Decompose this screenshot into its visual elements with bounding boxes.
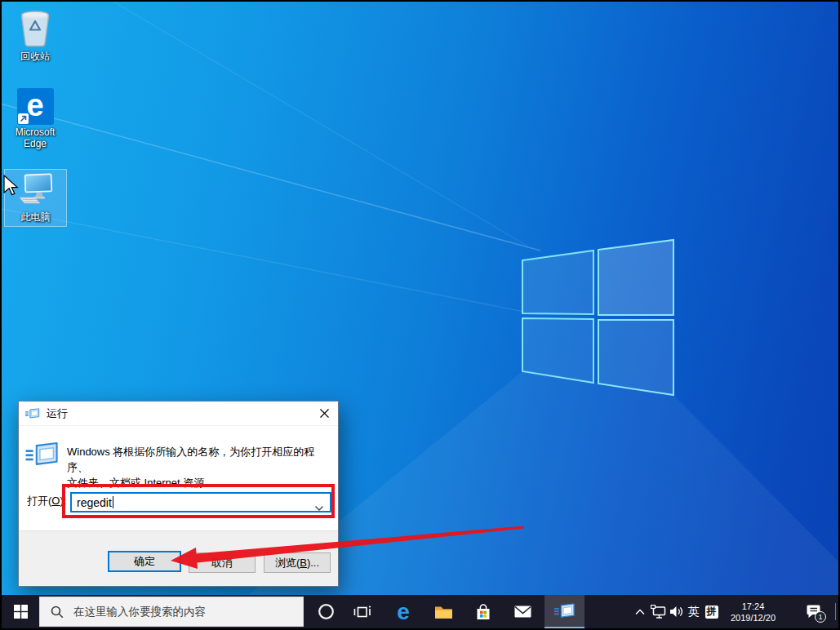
run-app-icon bbox=[554, 603, 576, 619]
show-desktop-separator[interactable] bbox=[835, 603, 836, 620]
open-label: 打开(O): bbox=[27, 494, 66, 508]
chevron-up-icon bbox=[635, 609, 645, 615]
network-tray-icon[interactable] bbox=[649, 595, 668, 628]
edge-icon: e bbox=[17, 88, 54, 125]
desktop-icon-this-pc[interactable]: 此电脑 bbox=[4, 169, 67, 227]
icon-label: Microsoft bbox=[2, 126, 68, 138]
search-icon bbox=[51, 606, 64, 619]
dialog-titlebar[interactable]: 运行 bbox=[19, 402, 338, 426]
task-view-button[interactable] bbox=[346, 595, 379, 628]
icon-label: 此电脑 bbox=[5, 211, 66, 223]
wallpaper-windows-logo bbox=[522, 240, 673, 395]
run-dialog-icon bbox=[25, 408, 40, 419]
desktop-icon-microsoft-edge[interactable]: e Microsoft Edge bbox=[2, 88, 68, 149]
action-center-button[interactable]: 1 bbox=[798, 595, 831, 628]
cortana-button[interactable] bbox=[309, 595, 342, 628]
run-command-input[interactable]: regedit bbox=[70, 492, 331, 512]
mail-icon bbox=[514, 606, 531, 618]
language-indicator[interactable]: 英 bbox=[685, 595, 702, 628]
speaker-icon bbox=[669, 606, 684, 618]
taskbar: e bbox=[2, 595, 838, 628]
edge-icon: e bbox=[397, 599, 410, 625]
dialog-description: Windows 将根据你所输入的名称，为你打开相应的程序、 文件夹、文档或 In… bbox=[67, 444, 332, 490]
icon-label: Edge bbox=[2, 138, 68, 149]
taskbar-edge-button[interactable]: e bbox=[387, 595, 420, 628]
show-hidden-icons-button[interactable] bbox=[631, 595, 649, 628]
cancel-button[interactable]: 取消 bbox=[189, 552, 256, 573]
ok-button[interactable]: 确定 bbox=[108, 551, 181, 572]
this-pc-icon bbox=[16, 172, 56, 208]
dialog-footer: 确定 取消 浏览(B)... bbox=[19, 530, 338, 586]
search-input[interactable] bbox=[73, 606, 303, 618]
start-button[interactable] bbox=[2, 595, 39, 628]
shortcut-arrow-icon bbox=[18, 113, 29, 124]
task-view-icon bbox=[353, 606, 371, 619]
taskbar-search[interactable] bbox=[39, 597, 304, 627]
network-icon bbox=[651, 605, 667, 619]
input-value: regedit bbox=[77, 496, 112, 509]
run-icon-large bbox=[25, 442, 60, 468]
volume-tray-icon[interactable] bbox=[668, 595, 686, 628]
file-explorer-icon bbox=[434, 605, 453, 619]
microsoft-store-icon bbox=[475, 603, 491, 620]
clock-time: 17:24 bbox=[742, 601, 765, 612]
dialog-title: 运行 bbox=[47, 406, 68, 421]
taskbar-file-explorer-button[interactable] bbox=[427, 595, 460, 628]
windows-start-icon bbox=[14, 605, 28, 619]
notification-badge: 1 bbox=[815, 611, 826, 623]
cortana-icon bbox=[318, 603, 335, 620]
taskbar-store-button[interactable] bbox=[467, 595, 500, 628]
desktop-icon-recycle-bin[interactable]: 回收站 bbox=[2, 8, 68, 62]
icon-label: 回收站 bbox=[2, 51, 68, 62]
desktop: 回收站 e Microsoft Edge 此电脑 运行 bbox=[0, 0, 840, 630]
browse-button[interactable]: 浏览(B)... bbox=[264, 552, 331, 573]
taskbar-clock[interactable]: 17:24 2019/12/20 bbox=[722, 595, 784, 628]
close-icon[interactable] bbox=[310, 402, 338, 425]
taskbar-run-app-active[interactable] bbox=[544, 595, 584, 628]
run-dialog: 运行 Windows 将根据你所输入的名称，为你打开相应的程序、 文件夹、文档或… bbox=[18, 401, 339, 587]
ime-indicator[interactable]: 拼 bbox=[702, 595, 721, 628]
text-caret bbox=[113, 496, 113, 508]
recycle-bin-icon bbox=[17, 8, 53, 47]
taskbar-mail-button[interactable] bbox=[506, 595, 539, 628]
chevron-down-icon[interactable] bbox=[315, 500, 323, 513]
clock-date: 2019/12/20 bbox=[731, 612, 776, 623]
